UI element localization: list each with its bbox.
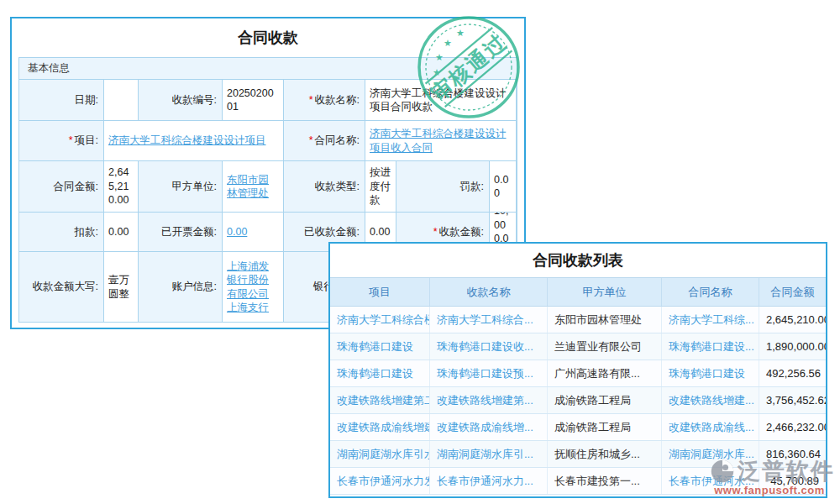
receipt-list-row: 改建铁路成渝线增建... 改建铁路成渝线增... 成渝铁路工程局 改建铁路成渝线… xyxy=(330,414,826,441)
project-value: 济南大学工科综合楼建设设计项目 xyxy=(104,121,283,160)
receipt-name-value: 济南大学工科综合楼建设设计项目合同收款 xyxy=(365,80,516,120)
project-link[interactable]: 济南大学工科综合楼建设设计项目 xyxy=(108,134,266,148)
account-info-label: 账户信息: xyxy=(139,252,222,322)
cell-project[interactable]: 湖南洞庭湖水库引水... xyxy=(330,441,429,467)
cell-contract-amount: 2,645,210.00 xyxy=(759,307,826,333)
basic-info-section-header: 基本信息 xyxy=(18,57,517,79)
cell-receipt-name[interactable]: 珠海鹤港口建设预... xyxy=(429,360,547,386)
contract-name-label: *合同名称: xyxy=(284,121,365,160)
account-info-value: 上海浦发银行股份有限公司上海支行 xyxy=(223,252,283,322)
amount-words-label: 收款金额大写: xyxy=(19,252,103,322)
cell-party-a: 成渝铁路工程局 xyxy=(547,387,661,413)
cell-project[interactable]: 长春市伊通河水力发... xyxy=(330,468,429,494)
cell-receipt-name[interactable]: 改建铁路成渝线增... xyxy=(429,414,547,440)
cell-receipt-name[interactable]: 长春市伊通河水力... xyxy=(429,468,547,494)
required-mark: * xyxy=(69,134,73,148)
col-header-party-a: 甲方单位 xyxy=(547,278,661,306)
cell-contract-amount: 2,466,232.00 xyxy=(759,414,826,440)
cell-contract-amount: 45,700.89 xyxy=(759,468,826,494)
project-label: *项目: xyxy=(19,121,103,160)
cell-receipt-name[interactable]: 改建铁路线增建第... xyxy=(429,387,547,413)
penalty-label: 罚款: xyxy=(396,161,489,212)
deduction-label: 扣款: xyxy=(19,213,103,251)
receipt-no-label: 收款编号: xyxy=(139,80,222,120)
contract-amount-label: 合同金额: xyxy=(19,161,103,212)
cell-contract-name[interactable]: 济南大学工科综... xyxy=(661,307,759,333)
receipt-list-row: 济南大学工科综合楼... 济南大学工科综合... 东阳市园林管理处 济南大学工科… xyxy=(330,307,826,333)
receipt-no-value: 2025020001 xyxy=(223,80,283,120)
cell-contract-name[interactable]: 改建铁路成渝线... xyxy=(661,414,759,440)
cell-party-a: 东阳市园林管理处 xyxy=(547,307,661,333)
cell-contract-name[interactable]: 珠海鹤港口建设 xyxy=(661,360,759,386)
party-a-value: 东阳市园林管理处 xyxy=(223,161,283,212)
required-mark: * xyxy=(309,93,313,108)
cell-party-a: 长春市建投第一... xyxy=(547,468,661,494)
cell-project[interactable]: 改建铁路线增建第二... xyxy=(330,387,429,413)
invoiced-amount-label: 已开票金额: xyxy=(139,213,222,251)
receipt-type-label: 收款类型: xyxy=(284,161,365,212)
col-header-receipt-name: 收款名称 xyxy=(429,278,547,306)
contract-name-value: 济南大学工科综合楼建设设计项目收入合同 xyxy=(365,121,516,160)
cell-receipt-name[interactable]: 珠海鹤港口建设收... xyxy=(429,333,547,360)
contract-amount-value: 2,645,210.00 xyxy=(104,161,138,212)
required-mark: * xyxy=(433,225,438,239)
cell-project[interactable]: 珠海鹤港口建设 xyxy=(330,360,429,386)
receipt-list-row: 长春市伊通河水力发... 长春市伊通河水力... 长春市建投第一... 长春市伊… xyxy=(330,468,826,495)
receipt-list-body: 济南大学工科综合楼... 济南大学工科综合... 东阳市园林管理处 济南大学工科… xyxy=(330,307,826,495)
account-info-link[interactable]: 上海浦发银行股份有限公司上海支行 xyxy=(227,260,279,315)
cell-party-a: 广州高速路有限... xyxy=(547,360,661,386)
receipt-name-label: *收款名称: xyxy=(284,80,365,120)
cell-contract-amount: 492,256.56 xyxy=(759,360,826,386)
receipt-list-row: 珠海鹤港口建设 珠海鹤港口建设收... 兰迪置业有限公司 珠海鹤港口建设... … xyxy=(330,333,826,360)
receipt-list-row: 湖南洞庭湖水库引水... 湖南洞庭湖水库引... 抚顺住房和城乡... 湖南洞庭… xyxy=(330,441,826,468)
col-header-contract-name: 合同名称 xyxy=(661,278,759,306)
invoiced-amount-link[interactable]: 0.00 xyxy=(227,225,247,239)
col-header-contract-amount: 合同金额 xyxy=(759,278,826,306)
cell-contract-name[interactable]: 改建铁路线增建... xyxy=(661,387,759,413)
receipt-list-panel: 合同收款列表 项目 收款名称 甲方单位 合同名称 合同金额 济南大学工科综合楼.… xyxy=(328,242,827,498)
cell-party-a: 兰迪置业有限公司 xyxy=(547,333,661,360)
receipt-type-value: 按进度付款 xyxy=(365,161,396,212)
cell-receipt-name[interactable]: 济南大学工科综合... xyxy=(429,307,547,333)
required-mark: * xyxy=(309,134,313,148)
cell-project[interactable]: 改建铁路成渝线增建... xyxy=(330,414,429,440)
party-a-label: 甲方单位: xyxy=(139,161,222,212)
cell-project[interactable]: 珠海鹤港口建设 xyxy=(330,333,429,360)
contract-name-link[interactable]: 济南大学工科综合楼建设设计项目收入合同 xyxy=(370,127,512,155)
cell-party-a: 抚顺住房和城乡... xyxy=(547,441,661,467)
date-value[interactable] xyxy=(104,80,138,120)
col-header-project: 项目 xyxy=(330,278,429,306)
party-a-link[interactable]: 东阳市园林管理处 xyxy=(227,173,279,201)
receipt-list-row: 珠海鹤港口建设 珠海鹤港口建设预... 广州高速路有限... 珠海鹤港口建设 4… xyxy=(330,360,826,387)
cell-receipt-name[interactable]: 湖南洞庭湖水库引... xyxy=(429,441,547,467)
penalty-value: 0.00 xyxy=(490,161,516,212)
screen: 合同收款 基本信息 日期: 收款编号: 2025020001 *收款名称: 济南… xyxy=(0,0,840,504)
receipt-list-header: 项目 收款名称 甲方单位 合同名称 合同金额 xyxy=(330,277,826,307)
cell-contract-amount: 816,360.64 xyxy=(759,441,826,467)
date-label: 日期: xyxy=(19,80,103,120)
cell-contract-name[interactable]: 珠海鹤港口建设... xyxy=(661,333,759,360)
invoiced-amount-value: 0.00 xyxy=(223,213,283,251)
receipt-form-title: 合同收款 xyxy=(12,18,524,57)
cell-contract-name[interactable]: 湖南洞庭湖水库... xyxy=(661,441,759,467)
cell-project[interactable]: 济南大学工科综合楼... xyxy=(330,307,429,333)
amount-words-value: 壹万圆整 xyxy=(104,252,138,322)
receipt-list-title: 合同收款列表 xyxy=(330,244,826,277)
cell-contract-name[interactable]: 长春市伊通河水... xyxy=(661,468,759,494)
cell-contract-amount: 1,890,000.00 xyxy=(759,333,826,360)
cell-party-a: 成渝铁路工程局 xyxy=(547,414,661,440)
deduction-value: 0.00 xyxy=(104,213,138,251)
cell-contract-amount: 3,756,452.62 xyxy=(759,387,826,413)
receipt-list-row: 改建铁路线增建第二... 改建铁路线增建第... 成渝铁路工程局 改建铁路线增建… xyxy=(330,387,826,414)
